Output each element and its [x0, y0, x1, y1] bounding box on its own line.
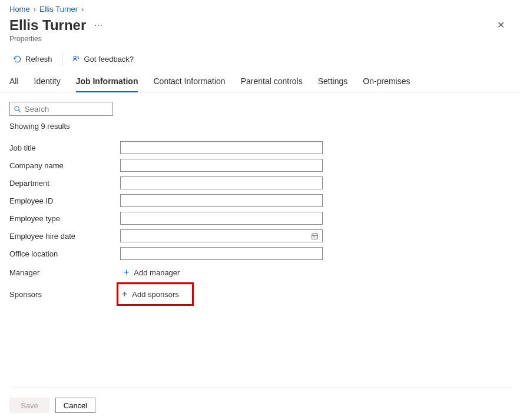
svg-point-0 — [74, 56, 76, 59]
more-actions-button[interactable]: ⋯ — [92, 18, 105, 32]
search-icon — [14, 105, 21, 113]
refresh-label: Refresh — [25, 55, 52, 64]
refresh-icon — [13, 55, 22, 64]
add-manager-label: Add manager — [134, 268, 180, 277]
tab-all[interactable]: All — [9, 72, 19, 92]
save-button: Save — [9, 398, 49, 413]
tab-parental-controls[interactable]: Parental controls — [241, 72, 303, 92]
tab-job-information[interactable]: Job Information — [76, 72, 138, 92]
svg-point-1 — [15, 106, 19, 111]
search-box[interactable] — [9, 102, 113, 116]
tabs: All Identity Job Information Contact Inf… — [9, 72, 511, 92]
add-manager-button[interactable]: + Add manager — [120, 264, 184, 281]
tab-on-premises[interactable]: On-premises — [363, 72, 410, 92]
breadcrumb: Home › Ellis Turner › — [9, 5, 511, 14]
label-employee-type: Employee type — [9, 214, 120, 223]
breadcrumb-home[interactable]: Home — [9, 5, 30, 14]
label-job-title: Job title — [9, 144, 120, 152]
input-department[interactable] — [120, 176, 323, 189]
feedback-label: Got feedback? — [84, 55, 134, 64]
label-employee-hire-date: Employee hire date — [9, 232, 120, 241]
highlight-callout: + Add sponsors — [117, 282, 194, 306]
page-title: Ellis Turner — [9, 17, 86, 34]
page-subtitle: Properties — [9, 35, 105, 43]
label-department: Department — [9, 179, 120, 188]
separator — [62, 54, 62, 65]
tab-identity[interactable]: Identity — [34, 72, 61, 92]
chevron-right-icon: › — [34, 5, 36, 14]
plus-icon: + — [122, 289, 127, 299]
feedback-button[interactable]: Got feedback? — [68, 52, 138, 66]
feedback-icon — [72, 55, 81, 64]
breadcrumb-current[interactable]: Ellis Turner — [39, 5, 78, 14]
chevron-right-icon: › — [81, 5, 84, 14]
input-employee-type[interactable] — [120, 212, 323, 225]
input-company-name[interactable] — [120, 159, 323, 172]
add-sponsors-button[interactable]: + Add sponsors — [118, 286, 184, 302]
footer-separator — [9, 388, 511, 388]
input-office-location[interactable] — [120, 247, 323, 260]
close-button[interactable]: ✕ — [493, 17, 508, 33]
input-job-title[interactable] — [120, 141, 323, 154]
input-employee-hire-date[interactable] — [120, 229, 323, 242]
input-employee-id[interactable] — [120, 194, 323, 207]
cancel-button[interactable]: Cancel — [55, 398, 95, 413]
results-count: Showing 9 results — [9, 122, 511, 131]
tab-contact-information[interactable]: Contact Information — [153, 72, 225, 92]
refresh-button[interactable]: Refresh — [9, 52, 56, 66]
calendar-icon — [311, 232, 319, 240]
search-input[interactable] — [25, 105, 124, 114]
label-employee-id: Employee ID — [9, 196, 120, 205]
label-manager: Manager — [9, 268, 120, 277]
label-company-name: Company name — [9, 161, 120, 170]
tab-settings[interactable]: Settings — [318, 72, 348, 92]
label-sponsors: Sponsors — [9, 290, 120, 299]
label-office-location: Office location — [9, 249, 120, 258]
add-sponsors-label: Add sponsors — [132, 290, 179, 299]
command-bar: Refresh Got feedback? — [9, 52, 511, 66]
plus-icon: + — [124, 268, 129, 277]
